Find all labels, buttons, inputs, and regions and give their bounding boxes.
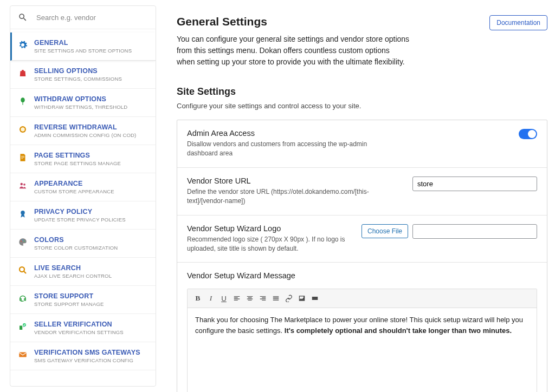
image-button[interactable] <box>296 292 308 304</box>
align-center-button[interactable] <box>244 292 256 304</box>
admin-access-help: Disallow vendors and customers from acce… <box>187 140 371 159</box>
svg-rect-10 <box>20 326 22 330</box>
wizard-msg-bold: It's completely optional and shouldn't t… <box>285 326 512 335</box>
admin-access-title: Admin Area Access <box>187 129 519 138</box>
keyboard-button[interactable] <box>309 292 321 304</box>
bold-button[interactable]: B <box>192 292 204 304</box>
sidebar-item-appearance[interactable]: APPEARANCE CUSTOM STORE APPEARANCE <box>10 173 156 201</box>
mail-icon <box>18 350 28 360</box>
sidebar-item-live-search[interactable]: LIVE SEARCH AJAX LIVE SEARCH CONTROL <box>10 258 156 286</box>
sidebar-item-title: LIVE SEARCH <box>34 264 148 272</box>
row-wizard-message: Vendor Setup Wizard Message B I U Thank … <box>177 263 547 392</box>
wizard-msg-title: Vendor Setup Wizard Message <box>187 271 537 280</box>
justify-button[interactable] <box>270 292 282 304</box>
sidebar-item-subtitle: STORE PAGE SETTINGS MANAGE <box>34 160 148 166</box>
svg-point-4 <box>23 184 25 186</box>
sidebar-item-subtitle: ADMIN COMMISSION CONFIG (ON COD) <box>34 132 148 138</box>
svg-point-3 <box>21 183 23 186</box>
settings-sidebar: GENERAL SITE SETTINGS AND STORE OPTIONS … <box>10 5 156 387</box>
search-icon <box>18 12 28 22</box>
sidebar-item-title: WITHDRAW OPTIONS <box>34 95 148 103</box>
store-url-input[interactable] <box>412 177 537 191</box>
sidebar-item-seller-verification[interactable]: SELLER VERIFICATION VENDOR VERIFICATION … <box>10 314 156 342</box>
balloon-icon <box>18 96 28 106</box>
sidebar-item-title: PAGE SETTINGS <box>34 152 148 159</box>
admin-access-toggle[interactable] <box>519 129 537 139</box>
sidebar-item-subtitle: STORE SUPPORT MANAGE <box>34 301 148 307</box>
svg-rect-12 <box>19 352 27 357</box>
sidebar-search <box>10 6 156 29</box>
sidebar-item-store-support[interactable]: STORE SUPPORT STORE SUPPORT MANAGE <box>10 286 156 314</box>
coin-icon <box>18 125 28 134</box>
main-content: General Settings You can configure your … <box>162 0 555 392</box>
underline-button[interactable]: U <box>218 292 230 304</box>
sidebar-item-subtitle: WITHDRAW SETTINGS, THRESHOLD <box>34 104 148 110</box>
sidebar-item-title: PRIVACY POLICY <box>34 208 148 215</box>
sidebar-item-title: VERIFICATION SMS GATEWAYS <box>34 349 148 356</box>
align-right-button[interactable] <box>257 292 269 304</box>
settings-panel: Admin Area Access Disallow vendors and c… <box>177 120 547 392</box>
section-title: Site Settings <box>177 86 547 97</box>
sidebar-item-subtitle: VENDOR VERIFICATION SETTINGS <box>34 329 148 335</box>
sidebar-item-subtitle: CUSTOM STORE APPEARANCE <box>34 188 148 194</box>
svg-point-6 <box>21 241 22 242</box>
row-wizard-logo: Vendor Setup Wizard Logo Recommended log… <box>177 215 547 263</box>
sidebar-item-subtitle: UPDATE STORE PRIVACY POLICIES <box>34 217 148 223</box>
choose-file-button[interactable]: Choose File <box>362 224 408 238</box>
search-input[interactable] <box>36 14 148 22</box>
align-left-button[interactable] <box>231 292 243 304</box>
svg-point-5 <box>21 211 25 215</box>
svg-point-0 <box>21 97 25 102</box>
svg-point-7 <box>22 239 23 240</box>
badge-icon <box>18 209 28 219</box>
bag-icon <box>18 68 28 78</box>
row-vendor-store-url: Vendor Store URL Define the vendor store… <box>177 168 547 215</box>
section-description: Configure your site settings and control… <box>177 102 547 110</box>
editor-toolbar: B I U <box>188 289 537 308</box>
people-icon <box>18 181 28 191</box>
sidebar-item-title: REVERSE WITHDRAWAL <box>34 123 148 131</box>
search-icon <box>18 265 28 275</box>
rich-text-editor: B I U Thank you for choosing The Marketp… <box>187 289 537 392</box>
sidebar-item-privacy-policy[interactable]: PRIVACY POLICY UPDATE STORE PRIVACY POLI… <box>10 201 156 230</box>
wizard-logo-help: Recommended logo size ( 270px X 90px ). … <box>187 235 362 254</box>
wizard-logo-title: Vendor Setup Wizard Logo <box>187 224 362 233</box>
wizard-logo-path-input[interactable] <box>412 224 537 239</box>
page-description: You can configure your general site sett… <box>177 34 410 68</box>
page-icon <box>18 153 28 162</box>
headset-icon <box>18 293 28 303</box>
store-url-title: Vendor Store URL <box>187 177 412 185</box>
svg-point-8 <box>24 241 25 242</box>
sidebar-item-title: SELLER VERIFICATION <box>34 321 148 328</box>
sidebar-item-general[interactable]: GENERAL SITE SETTINGS AND STORE OPTIONS <box>10 32 156 61</box>
sidebar-item-title: STORE SUPPORT <box>34 292 148 300</box>
sidebar-item-page-settings[interactable]: PAGE SETTINGS STORE PAGE SETTINGS MANAGE <box>10 145 156 173</box>
palette-icon <box>18 237 28 247</box>
sidebar-item-title: COLORS <box>34 236 148 244</box>
documentation-button[interactable]: Documentation <box>489 15 547 30</box>
italic-button[interactable]: I <box>205 292 217 304</box>
row-admin-area-access: Admin Area Access Disallow vendors and c… <box>177 120 547 168</box>
gear-icon <box>18 40 28 50</box>
sidebar-item-withdraw-options[interactable]: WITHDRAW OPTIONS WITHDRAW SETTINGS, THRE… <box>10 89 156 117</box>
sidebar-item-colors[interactable]: COLORS STORE COLOR CUSTOMIZATION <box>10 230 156 258</box>
link-button[interactable] <box>283 292 295 304</box>
sidebar-item-subtitle: STORE COLOR CUSTOMIZATION <box>34 245 148 251</box>
sidebar-item-title: SELLING OPTIONS <box>34 67 148 75</box>
sidebar-item-title: APPEARANCE <box>34 180 148 187</box>
page-title: General Settings <box>177 15 410 28</box>
svg-point-2 <box>21 127 25 132</box>
sidebar-item-subtitle: SMS GATEWAY VERIFICATION CONFIG <box>34 357 148 363</box>
store-url-help: Define the vendor store URL (https://ote… <box>187 187 371 206</box>
sidebar-item-verification-sms-gateways[interactable]: VERIFICATION SMS GATEWAYS SMS GATEWAY VE… <box>10 342 156 370</box>
svg-point-9 <box>20 267 24 272</box>
sidebar-item-subtitle: AJAX LIVE SEARCH CONTROL <box>34 273 148 279</box>
sidebar-item-selling-options[interactable]: SELLING OPTIONS STORE SETTINGS, COMMISSI… <box>10 61 156 89</box>
editor-content[interactable]: Thank you for choosing The Marketplace t… <box>188 308 537 392</box>
sidebar-item-title: GENERAL <box>34 39 148 47</box>
check-icon <box>18 322 28 331</box>
sidebar-item-subtitle: SITE SETTINGS AND STORE OPTIONS <box>34 48 148 54</box>
sidebar-item-reverse-withdrawal[interactable]: REVERSE WITHDRAWAL ADMIN COMMISSION CONF… <box>10 117 156 145</box>
sidebar-item-subtitle: STORE SETTINGS, COMMISSIONS <box>34 76 148 82</box>
